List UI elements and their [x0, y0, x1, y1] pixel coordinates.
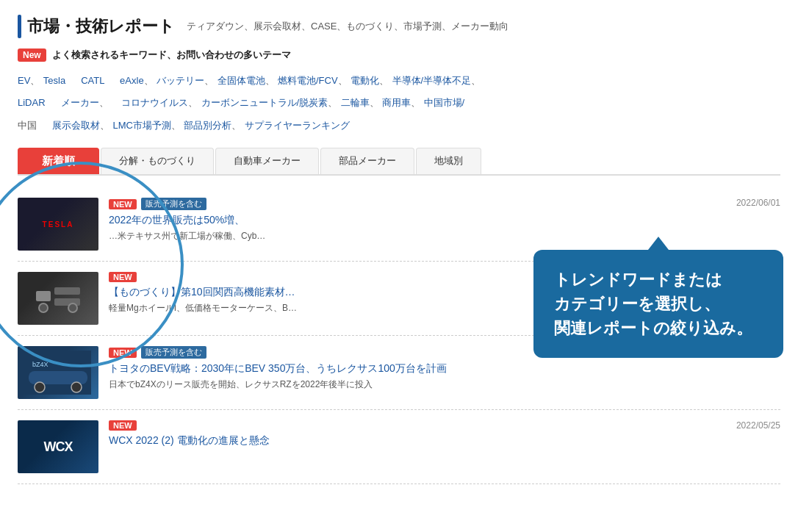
keyword-semi[interactable]: 半導体/半導体不足 [392, 75, 472, 86]
keyword-commercial[interactable]: 商用車 [382, 97, 411, 108]
badge-sales-3: 販売予測を含む [141, 346, 206, 359]
svg-text:bZ4X: bZ4X [32, 361, 48, 368]
page-subtitle: ティアダウン、展示会取材、CASE、ものづくり、市場予測、メーカー動向 [187, 20, 508, 33]
keyword-bike[interactable]: 二輪車 [341, 97, 370, 108]
article-content-4: NEW WCX 2022 (2) 電動化の進展と懸念 [109, 420, 717, 450]
svg-rect-0 [36, 291, 51, 301]
tab-bar: 新着順 分解・ものづくり 自動車メーカー 部品メーカー 地域別 [18, 148, 780, 176]
keyword-catl[interactable]: CATL [81, 75, 104, 86]
tab-new[interactable]: 新着順 [18, 148, 99, 174]
keyword-expo[interactable]: 展示会取材 [52, 120, 100, 131]
article-thumb-2 [18, 272, 98, 325]
article-date-4: 2022/05/25 [727, 420, 780, 431]
keyword-china[interactable]: 中国市場/ [424, 97, 465, 108]
keyword-parts-analysis[interactable]: 部品別分析 [184, 120, 231, 131]
article-title-1[interactable]: 2022年の世界販売は50%増、 [109, 213, 717, 228]
svg-point-9 [71, 382, 82, 392]
keyword-section: EV、 Tesla CATL eAxle、 バッテリー、 全固体電池、 燃料電池… [18, 69, 780, 136]
tooltip-text: トレンドワードまたはカテゴリーを選択し、関連レポートの絞り込み。 [554, 267, 763, 340]
badge-new-3: NEW [109, 348, 137, 358]
article-title-3[interactable]: トヨタのBEV戦略：2030年にBEV 350万台、うちレクサス100万台を計画 [109, 362, 717, 376]
keyword-tesla[interactable]: Tesla [43, 75, 65, 86]
page-title-wrapper: 市場・技術レポート ティアダウン、展示会取材、CASE、ものづくり、市場予測、メ… [18, 15, 508, 38]
page-title: 市場・技術レポート [27, 15, 175, 37]
tab-maker[interactable]: 自動車メーカー [215, 148, 319, 174]
badge-new-4: NEW [109, 420, 137, 431]
keyword-supplier[interactable]: サプライヤーランキング [245, 120, 350, 131]
article-date-1: 2022/06/01 [727, 198, 780, 208]
svg-point-3 [39, 303, 48, 312]
article-content-1: NEW 販売予測を含む 2022年の世界販売は50%増、 …米テキサス州で新工場… [109, 198, 717, 242]
keyword-battery[interactable]: バッテリー [157, 75, 204, 86]
badge-sales-1: 販売予測を含む [141, 198, 206, 210]
article-thumb-1: TESLA [18, 198, 98, 251]
svg-point-4 [68, 303, 77, 312]
keyword-maker[interactable]: メーカー [61, 97, 99, 108]
new-row-label: よく検索されるキーワード、お問い合わせの多いテーマ [52, 48, 291, 62]
new-badge-row: New よく検索されるキーワード、お問い合わせの多いテーマ [18, 48, 780, 62]
article-desc-1: …米テキサス州で新工場が稼働、Cyb… [109, 230, 717, 242]
tooltip-bubble: トレンドワードまたはカテゴリーを選択し、関連レポートの絞り込み。 [533, 250, 783, 358]
tooltip-arrow [648, 237, 669, 250]
article-item-4: WCX NEW WCX 2022 (2) 電動化の進展と懸念 2022/05/2… [18, 410, 780, 484]
svg-rect-1 [54, 287, 80, 295]
keyword-lmc[interactable]: LMC市場予測 [113, 120, 171, 131]
keyword-lidar[interactable]: LiDAR [18, 97, 46, 108]
keyword-china-cont: 中国 [18, 120, 37, 131]
keyword-corona[interactable]: コロナウイルス [121, 97, 188, 108]
badge-new-2: NEW [109, 272, 137, 282]
article-badges-1: NEW 販売予測を含む [109, 198, 717, 210]
svg-point-8 [35, 382, 45, 392]
badge-new-1: NEW [109, 199, 137, 209]
keyword-solid[interactable]: 全固体電池 [218, 75, 265, 86]
keyword-ev2[interactable]: 電動化 [351, 75, 379, 86]
article-title-4[interactable]: WCX 2022 (2) 電動化の進展と懸念 [109, 434, 717, 448]
keyword-fcv[interactable]: 燃料電池/FCV [278, 75, 338, 86]
tab-teardown[interactable]: 分解・ものづくり [101, 148, 214, 174]
article-thumb-4: WCX [18, 420, 98, 473]
page-header: 市場・技術レポート ティアダウン、展示会取材、CASE、ものづくり、市場予測、メ… [18, 15, 780, 38]
keyword-ev[interactable]: EV [18, 75, 30, 86]
new-badge: New [18, 48, 46, 62]
keyword-carbon[interactable]: カーボンニュートラル/脱炭素 [201, 97, 328, 108]
article-thumb-3: bZ4X [18, 346, 98, 399]
keyword-eaxle[interactable]: eAxle [120, 75, 144, 86]
tab-parts[interactable]: 部品メーカー [320, 148, 414, 174]
article-desc-3: 日本でbZ4Xのリース販売を開始、レクサスRZを2022年後半に投入 [109, 378, 717, 391]
tab-region[interactable]: 地域別 [416, 148, 481, 174]
article-badges-4: NEW [109, 420, 717, 431]
title-bar-decoration [18, 15, 21, 38]
